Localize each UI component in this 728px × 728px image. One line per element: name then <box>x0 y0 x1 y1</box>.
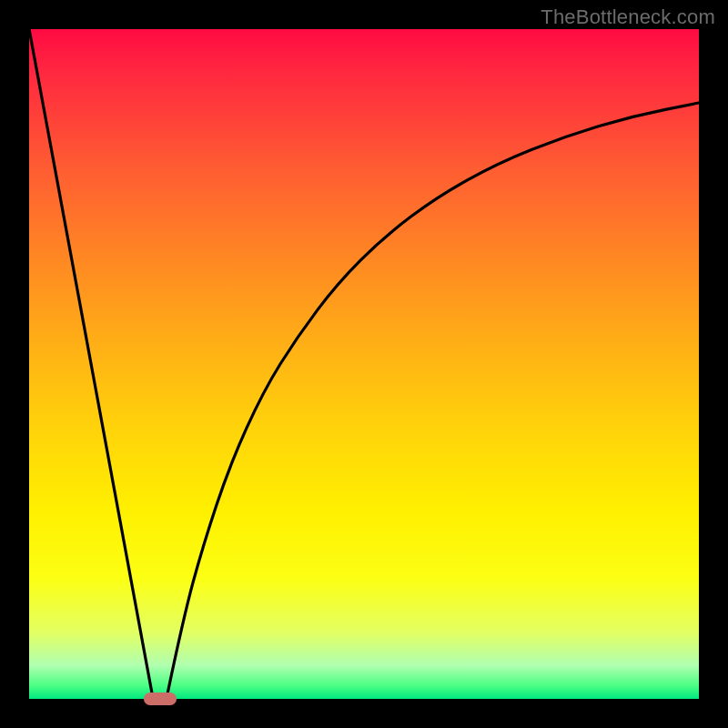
optimum-marker <box>144 693 177 705</box>
chart-frame: TheBottleneck.com <box>0 0 728 728</box>
curve-svg <box>29 29 699 699</box>
plot-area <box>29 29 699 699</box>
curve-right <box>167 103 699 699</box>
watermark-text: TheBottleneck.com <box>541 5 715 29</box>
curve-left <box>29 29 153 699</box>
